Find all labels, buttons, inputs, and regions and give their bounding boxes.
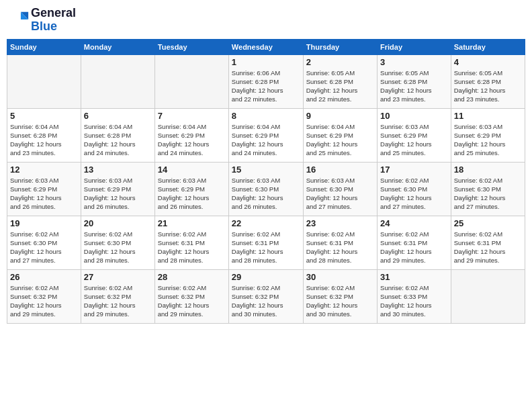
calendar-cell: 14Sunrise: 6:03 AM Sunset: 6:29 PM Dayli… [154,162,228,216]
day-info: Sunrise: 6:04 AM Sunset: 6:29 PM Dayligh… [158,122,226,158]
day-info: Sunrise: 6:02 AM Sunset: 6:32 PM Dayligh… [158,283,226,319]
calendar-cell: 5Sunrise: 6:04 AM Sunset: 6:28 PM Daylig… [7,108,81,162]
day-number: 30 [306,272,374,282]
day-info: Sunrise: 6:04 AM Sunset: 6:29 PM Dayligh… [232,122,300,158]
calendar-table: SundayMondayTuesdayWednesdayThursdayFrid… [7,39,525,324]
page-header: General Blue [7,7,525,34]
calendar-cell: 16Sunrise: 6:03 AM Sunset: 6:30 PM Dayli… [303,162,377,216]
header-cell-thursday: Thursday [303,39,377,54]
calendar-cell [81,54,154,108]
calendar-cell: 25Sunrise: 6:02 AM Sunset: 6:31 PM Dayli… [451,216,525,269]
calendar-cell: 8Sunrise: 6:04 AM Sunset: 6:29 PM Daylig… [228,108,303,162]
day-number: 27 [84,272,152,282]
calendar-cell: 19Sunrise: 6:02 AM Sunset: 6:30 PM Dayli… [7,216,81,269]
day-info: Sunrise: 6:02 AM Sunset: 6:31 PM Dayligh… [454,230,522,265]
day-number: 5 [10,111,78,121]
day-info: Sunrise: 6:02 AM Sunset: 6:32 PM Dayligh… [232,283,300,319]
day-info: Sunrise: 6:06 AM Sunset: 6:28 PM Dayligh… [232,68,300,104]
calendar-cell: 4Sunrise: 6:05 AM Sunset: 6:28 PM Daylig… [451,54,525,108]
logo: General Blue [9,7,76,34]
day-info: Sunrise: 6:04 AM Sunset: 6:28 PM Dayligh… [10,122,78,158]
day-number: 15 [232,165,300,175]
day-info: Sunrise: 6:03 AM Sunset: 6:29 PM Dayligh… [84,176,152,212]
day-info: Sunrise: 6:03 AM Sunset: 6:30 PM Dayligh… [306,176,374,212]
calendar-cell: 26Sunrise: 6:02 AM Sunset: 6:32 PM Dayli… [7,269,81,323]
calendar-cell: 24Sunrise: 6:02 AM Sunset: 6:31 PM Dayli… [378,216,451,269]
day-number: 21 [158,218,226,228]
day-info: Sunrise: 6:03 AM Sunset: 6:30 PM Dayligh… [232,176,300,212]
day-number: 1 [232,57,300,67]
calendar-cell: 22Sunrise: 6:02 AM Sunset: 6:31 PM Dayli… [228,216,303,269]
day-number: 3 [380,57,448,67]
header-cell-monday: Monday [81,39,154,54]
calendar-cell: 12Sunrise: 6:03 AM Sunset: 6:29 PM Dayli… [7,162,81,216]
day-number: 16 [306,165,374,175]
day-number: 24 [380,218,448,228]
day-info: Sunrise: 6:02 AM Sunset: 6:30 PM Dayligh… [10,230,78,265]
day-info: Sunrise: 6:02 AM Sunset: 6:33 PM Dayligh… [380,283,448,319]
day-number: 29 [232,272,300,282]
day-info: Sunrise: 6:02 AM Sunset: 6:31 PM Dayligh… [158,230,226,265]
calendar-cell: 27Sunrise: 6:02 AM Sunset: 6:32 PM Dayli… [81,269,154,323]
calendar-cell [7,54,81,108]
day-number: 4 [454,57,522,67]
day-number: 8 [232,111,300,121]
day-info: Sunrise: 6:02 AM Sunset: 6:32 PM Dayligh… [10,283,78,319]
day-info: Sunrise: 6:03 AM Sunset: 6:29 PM Dayligh… [454,122,522,158]
day-info: Sunrise: 6:02 AM Sunset: 6:32 PM Dayligh… [84,283,152,319]
calendar-cell: 10Sunrise: 6:03 AM Sunset: 6:29 PM Dayli… [378,108,451,162]
calendar-week-1: 1Sunrise: 6:06 AM Sunset: 6:28 PM Daylig… [7,54,525,108]
day-number: 12 [10,165,78,175]
calendar-cell: 23Sunrise: 6:02 AM Sunset: 6:31 PM Dayli… [303,216,377,269]
day-number: 9 [306,111,374,121]
header-cell-sunday: Sunday [7,39,81,54]
day-number: 17 [380,165,448,175]
day-info: Sunrise: 6:02 AM Sunset: 6:30 PM Dayligh… [454,176,522,212]
calendar-cell: 9Sunrise: 6:04 AM Sunset: 6:29 PM Daylig… [303,108,377,162]
calendar-cell: 1Sunrise: 6:06 AM Sunset: 6:28 PM Daylig… [228,54,303,108]
day-number: 14 [158,165,226,175]
day-info: Sunrise: 6:02 AM Sunset: 6:30 PM Dayligh… [84,230,152,265]
calendar-body: 1Sunrise: 6:06 AM Sunset: 6:28 PM Daylig… [7,54,525,323]
day-info: Sunrise: 6:04 AM Sunset: 6:28 PM Dayligh… [84,122,152,158]
day-number: 10 [380,111,448,121]
calendar-cell: 29Sunrise: 6:02 AM Sunset: 6:32 PM Dayli… [228,269,303,323]
day-info: Sunrise: 6:05 AM Sunset: 6:28 PM Dayligh… [454,68,522,104]
calendar-cell: 11Sunrise: 6:03 AM Sunset: 6:29 PM Dayli… [451,108,525,162]
day-number: 31 [380,272,448,282]
calendar-week-5: 26Sunrise: 6:02 AM Sunset: 6:32 PM Dayli… [7,269,525,323]
day-number: 26 [10,272,78,282]
header-row: SundayMondayTuesdayWednesdayThursdayFrid… [7,39,525,54]
day-info: Sunrise: 6:02 AM Sunset: 6:32 PM Dayligh… [306,283,374,319]
day-info: Sunrise: 6:02 AM Sunset: 6:31 PM Dayligh… [380,230,448,265]
calendar-cell: 18Sunrise: 6:02 AM Sunset: 6:30 PM Dayli… [451,162,525,216]
day-info: Sunrise: 6:03 AM Sunset: 6:29 PM Dayligh… [158,176,226,212]
day-info: Sunrise: 6:03 AM Sunset: 6:29 PM Dayligh… [380,122,448,158]
day-number: 19 [10,218,78,228]
day-number: 6 [84,111,152,121]
calendar-cell: 2Sunrise: 6:05 AM Sunset: 6:28 PM Daylig… [303,54,377,108]
calendar-cell: 21Sunrise: 6:02 AM Sunset: 6:31 PM Dayli… [154,216,228,269]
calendar-week-4: 19Sunrise: 6:02 AM Sunset: 6:30 PM Dayli… [7,216,525,269]
day-info: Sunrise: 6:02 AM Sunset: 6:31 PM Dayligh… [232,230,300,265]
calendar-cell: 3Sunrise: 6:05 AM Sunset: 6:28 PM Daylig… [378,54,451,108]
calendar-week-2: 5Sunrise: 6:04 AM Sunset: 6:28 PM Daylig… [7,108,525,162]
calendar-cell: 13Sunrise: 6:03 AM Sunset: 6:29 PM Dayli… [81,162,154,216]
day-info: Sunrise: 6:05 AM Sunset: 6:28 PM Dayligh… [380,68,448,104]
calendar-header: SundayMondayTuesdayWednesdayThursdayFrid… [7,39,525,54]
calendar-cell: 31Sunrise: 6:02 AM Sunset: 6:33 PM Dayli… [378,269,451,323]
calendar-cell: 6Sunrise: 6:04 AM Sunset: 6:28 PM Daylig… [81,108,154,162]
day-number: 28 [158,272,226,282]
day-info: Sunrise: 6:04 AM Sunset: 6:29 PM Dayligh… [306,122,374,158]
calendar-cell: 30Sunrise: 6:02 AM Sunset: 6:32 PM Dayli… [303,269,377,323]
calendar-week-3: 12Sunrise: 6:03 AM Sunset: 6:29 PM Dayli… [7,162,525,216]
day-number: 22 [232,218,300,228]
day-number: 7 [158,111,226,121]
day-number: 11 [454,111,522,121]
header-cell-wednesday: Wednesday [228,39,303,54]
calendar-cell: 15Sunrise: 6:03 AM Sunset: 6:30 PM Dayli… [228,162,303,216]
day-number: 20 [84,218,152,228]
header-cell-friday: Friday [378,39,451,54]
calendar-cell [154,54,228,108]
logo-icon [11,9,30,28]
